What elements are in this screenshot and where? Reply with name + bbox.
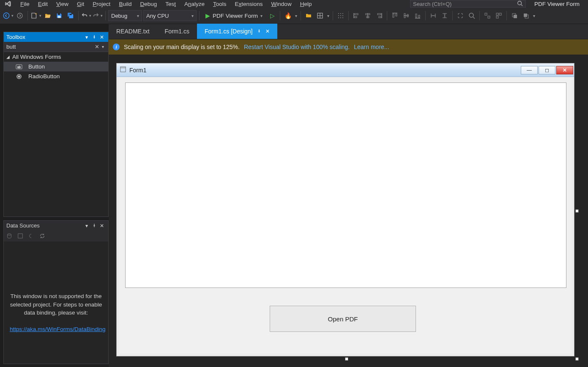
svg-point-14 [340,15,341,16]
form-selection[interactable]: Form1 — ◻ ✕ Open PDF [116,63,577,359]
infobar-restart-link[interactable]: Restart Visual Studio with 100% scaling. [244,44,350,50]
menu-extensions[interactable]: Extensions [232,0,266,8]
menu-build[interactable]: Build [115,0,135,8]
form-close-icon: ✕ [556,66,573,74]
svg-text:ab: ab [17,66,21,68]
lock-controls-button[interactable] [494,11,504,21]
save-button[interactable] [54,11,64,21]
close-icon[interactable]: ✕ [98,223,106,229]
svg-rect-57 [18,234,23,238]
toolbox-group[interactable]: ◢ All Windows Forms [4,52,108,62]
menu-window[interactable]: Window [268,0,295,8]
svg-point-55 [18,76,20,77]
align-right-button[interactable] [374,11,384,21]
toolbox-options-icon[interactable]: ▾ [83,34,90,40]
svg-point-0 [518,1,522,5]
designed-panel-control[interactable] [125,82,566,288]
menu-git[interactable]: Git [74,0,88,8]
datasources-help-link[interactable]: https://aka.ms/WinForms/DataBinding [10,326,106,332]
menu-debug[interactable]: Debug [137,0,160,8]
align-bottom-button[interactable] [413,11,423,21]
infobar-learnmore-link[interactable]: Learn more... [354,44,389,50]
open-folder-button[interactable] [304,11,314,21]
datasources-message: This window is not supported for the sel… [4,241,108,334]
resize-handle-corner[interactable] [575,357,579,361]
pin-icon[interactable] [90,223,98,229]
undo-button[interactable]: ▾ [81,12,91,19]
layout-grid-dropdown[interactable]: ▾ [326,14,330,18]
configuration-combo[interactable]: Debug▾ [108,10,142,21]
datasources-options-icon[interactable]: ▾ [83,223,90,229]
zoom-button[interactable] [467,11,477,21]
align-middle-button[interactable] [401,11,411,21]
toolbox-search-input[interactable] [6,44,94,50]
toolbox-header[interactable]: Toolbox ▾ ✕ [4,32,108,42]
svg-rect-4 [58,14,60,15]
menu-help[interactable]: Help [297,0,315,8]
solution-name[interactable]: PDF Viewer Form [528,0,586,8]
toolbox-item-radiobutton[interactable]: RadioButton [4,71,108,81]
resize-handle-bottom[interactable] [345,357,348,361]
start-debug-button[interactable]: ▶ PDF Viewer Form ▾ [202,10,266,21]
form-client-area[interactable]: Open PDF [119,77,572,353]
tab-order-button[interactable] [482,11,492,21]
search-dropdown-icon[interactable]: ▾ [100,44,106,49]
start-without-debug-button[interactable]: ▷ [267,11,277,21]
nav-back-button[interactable]: ▾ [3,12,14,19]
tab-form1cs[interactable]: Form1.cs [157,24,197,39]
align-left-button[interactable] [351,11,361,21]
layout-grid-button[interactable] [315,11,325,21]
tab-form1-design[interactable]: Form1.cs [Design] ✕ [197,24,277,39]
clear-search-icon[interactable]: ✕ [94,44,100,50]
bring-front-button[interactable] [509,11,520,21]
close-tab-icon[interactable]: ✕ [265,28,270,34]
designer-surface[interactable]: Form1 — ◻ ✕ Open PDF [109,55,588,367]
datasources-header[interactable]: Data Sources ▾ ✕ [4,221,108,230]
pin-tab-icon[interactable] [257,28,261,34]
align-center-button[interactable] [363,11,373,21]
align-top-button[interactable] [390,11,400,21]
hot-reload-button[interactable]: 🔥 [283,11,293,21]
svg-rect-47 [496,16,498,18]
hspace-equal-button[interactable] [428,11,438,21]
svg-point-17 [340,17,341,18]
toolbox-item-button[interactable]: ab Button [4,62,108,71]
menu-view[interactable]: View [53,0,72,8]
svg-point-16 [338,17,339,18]
svg-rect-36 [418,15,420,17]
menu-test[interactable]: Test [162,0,179,8]
svg-point-18 [342,17,343,18]
save-all-button[interactable] [66,11,76,21]
menu-edit[interactable]: Edit [35,0,51,8]
resize-handle-right[interactable] [575,209,579,213]
menu-analyze[interactable]: Analyze [181,0,208,8]
menu-bar: File Edit View Git Project Build Debug T… [0,0,588,8]
align-to-grid-button[interactable] [336,11,346,21]
vspace-equal-button[interactable] [440,11,450,21]
new-item-button[interactable]: ▾ [30,12,41,19]
redo-button[interactable]: ▾ [93,12,103,19]
maximize-icon: ◻ [539,66,555,74]
toolbox-search[interactable]: ✕ ▾ [4,42,108,52]
menu-project[interactable]: Project [89,0,114,8]
hot-reload-dropdown[interactable]: ▾ [294,14,298,18]
size-to-fit-button[interactable] [455,11,465,21]
refresh-datasource-button[interactable] [27,232,35,240]
refresh-all-button[interactable] [38,232,46,240]
toolbar-overflow[interactable]: ▾ [532,14,536,18]
designed-open-pdf-button[interactable]: Open PDF [270,306,416,332]
tab-readme[interactable]: README.txt [109,24,157,39]
pin-icon[interactable] [90,34,98,40]
search-box[interactable]: Search (Ctrl+Q) [410,0,526,8]
open-file-button[interactable] [43,11,53,21]
close-icon[interactable]: ✕ [98,34,106,40]
platform-combo[interactable]: Any CPU▾ [143,10,197,21]
menu-tools[interactable]: Tools [210,0,230,8]
send-back-button[interactable] [521,11,531,21]
edit-datasource-button[interactable] [16,232,24,240]
nav-forward-button[interactable] [15,11,25,21]
designed-form[interactable]: Form1 — ◻ ✕ Open PDF [116,63,574,356]
vs-logo-icon [0,0,15,8]
add-datasource-button[interactable] [5,232,13,240]
menu-file[interactable]: File [17,0,33,8]
